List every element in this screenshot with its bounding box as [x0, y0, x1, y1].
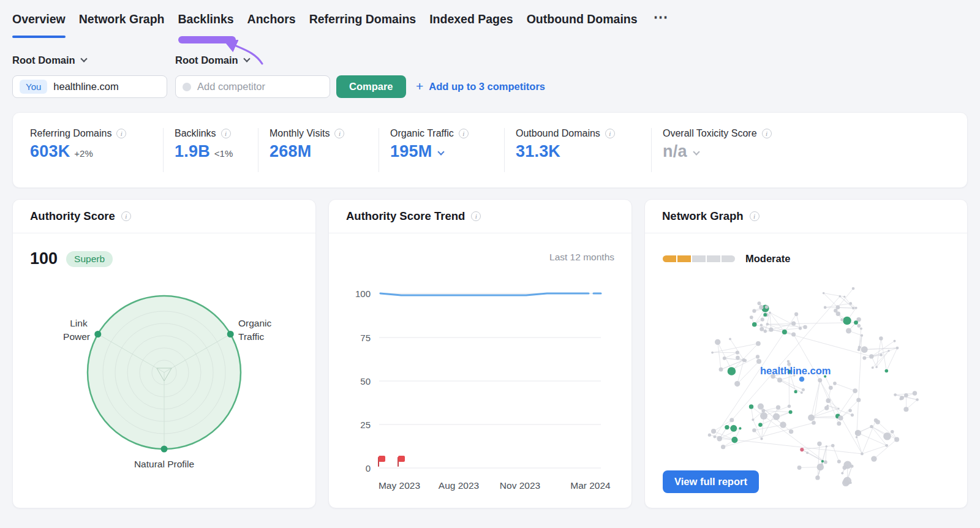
info-icon[interactable]: [750, 211, 760, 221]
svg-text:75: 75: [360, 333, 371, 343]
gauge-segments: [663, 255, 735, 262]
main-domain-value: healthline.com: [53, 81, 118, 92]
add-competitor-input[interactable]: Add competitor: [175, 75, 330, 98]
metric-value: 268M: [270, 142, 311, 161]
tab-label: Indexed Pages: [429, 12, 513, 26]
root-domain-select-competitor[interactable]: Root Domain: [175, 52, 249, 68]
metric-backlinks: Backlinks 1.9B<1%: [163, 128, 258, 172]
card-title: Authority Score Trend: [346, 209, 465, 223]
info-icon[interactable]: [121, 211, 131, 221]
trend-range-label: Last 12 months: [549, 252, 614, 263]
notes-flag-icon[interactable]: [378, 456, 385, 467]
axis-label-natural-profile: Natural Profile: [134, 459, 194, 469]
svg-text:Nov 2023: Nov 2023: [500, 480, 540, 491]
main-domain-input[interactable]: You healthline.com: [12, 75, 167, 98]
report-tabs: Overview Network Graph Backlinks Anchors…: [0, 0, 980, 38]
metric-referring-domains: Referring Domains 603K+2%: [30, 128, 163, 172]
tab-referring-domains[interactable]: Referring Domains: [309, 0, 416, 38]
authority-score-radar-chart: Link Power Organic Traffic Natural Profi…: [13, 258, 317, 508]
info-icon[interactable]: [471, 211, 481, 221]
competitor-placeholder-dot-icon: [183, 83, 191, 91]
info-icon[interactable]: [605, 129, 615, 138]
x-axis-labels: May 2023 Aug 2023 Nov 2023 Mar 2024: [379, 480, 611, 491]
view-full-report-button[interactable]: View full report: [663, 470, 759, 493]
you-badge: You: [20, 80, 47, 94]
svg-text:25: 25: [360, 420, 371, 430]
svg-text:100: 100: [355, 289, 371, 299]
gridlines: [379, 293, 601, 468]
svg-text:Mar 2024: Mar 2024: [570, 480, 611, 491]
info-icon[interactable]: [762, 129, 772, 138]
backlinks-tab-highlight: [178, 36, 236, 43]
axis-label-organic-traffic: Organic Traffic: [238, 318, 274, 342]
notes-flag-icon[interactable]: [398, 456, 405, 467]
compare-button[interactable]: Compare: [336, 75, 406, 98]
metric-value: 603K: [30, 142, 70, 161]
metric-delta: <1%: [214, 148, 233, 159]
metric-value: 31.3K: [516, 142, 560, 161]
active-tab-underline: [12, 36, 66, 38]
root-domain-select-you[interactable]: Root Domain: [12, 52, 86, 68]
authority-score-card: Authority Score 100 Superb: [12, 199, 316, 508]
authority-score-trend-card: Authority Score Trend Last 12 months 100…: [328, 199, 632, 508]
card-title: Authority Score: [30, 209, 115, 223]
focal-domain-node[interactable]: [799, 376, 805, 382]
svg-text:0: 0: [366, 463, 371, 473]
focal-domain-label: healthline.com: [760, 365, 831, 376]
tab-label: Backlinks: [178, 12, 234, 26]
competitor-placeholder: Add competitor: [197, 81, 265, 92]
tab-backlinks[interactable]: Backlinks: [178, 0, 234, 38]
tab-label: Outbound Domains: [527, 12, 638, 26]
y-axis-labels: 100 75 50 25 0: [355, 289, 371, 473]
tab-network-graph[interactable]: Network Graph: [79, 0, 165, 38]
tab-overview[interactable]: Overview: [12, 0, 66, 38]
network-score-gauge: Moderate: [663, 253, 790, 265]
metric-organic-traffic: Organic Traffic 195M: [379, 128, 504, 172]
chevron-down-icon[interactable]: [693, 148, 699, 155]
network-graph-card: Network Graph Moderate healthline.com Vi…: [644, 199, 968, 508]
authority-score-trend-chart: 100 75 50 25 0 May 2023 Aug 2023 Nov 202…: [341, 276, 620, 497]
gauge-label: Moderate: [745, 253, 790, 265]
info-icon[interactable]: [459, 129, 469, 138]
metric-outbound-domains: Outbound Domains 31.3K: [504, 128, 651, 172]
svg-text:Aug 2023: Aug 2023: [439, 480, 479, 491]
info-icon[interactable]: [334, 129, 344, 138]
info-icon[interactable]: [221, 129, 231, 138]
chevron-down-icon: [80, 55, 87, 62]
svg-text:50: 50: [360, 376, 371, 387]
card-title: Network Graph: [662, 209, 744, 223]
chevron-down-icon[interactable]: [438, 148, 445, 155]
metric-delta: +2%: [74, 148, 92, 159]
info-icon[interactable]: [116, 129, 126, 138]
metric-overall-toxicity-score: Overall Toxicity Score n/a: [651, 128, 835, 172]
tab-label: Referring Domains: [309, 12, 416, 26]
metric-value: n/a: [663, 142, 687, 161]
tab-label: Network Graph: [79, 12, 165, 26]
tab-label: Overview: [12, 12, 66, 26]
add-competitors-link[interactable]: Add up to 3 competitors: [416, 75, 545, 98]
metric-value: 1.9B: [175, 142, 210, 161]
tabs-overflow-icon[interactable]: ⋯: [651, 0, 671, 38]
metric-monthly-visits: Monthly Visits 268M: [258, 128, 379, 172]
tab-outbound-domains[interactable]: Outbound Domains: [527, 0, 638, 38]
axis-label-link-power: Link Power: [63, 318, 90, 342]
plus-icon: [416, 80, 423, 94]
svg-text:May 2023: May 2023: [379, 480, 420, 491]
tab-indexed-pages[interactable]: Indexed Pages: [429, 0, 513, 38]
network-nodes-and-edges: [708, 287, 919, 486]
chevron-down-icon: [243, 55, 250, 62]
metric-value: 195M: [390, 142, 432, 161]
metrics-summary-bar: Referring Domains 603K+2% Backlinks 1.9B…: [12, 112, 968, 188]
backlink-analytics-page: Overview Network Graph Backlinks Anchors…: [0, 0, 980, 528]
tab-label: Anchors: [247, 12, 296, 26]
tab-anchors[interactable]: Anchors: [247, 0, 296, 38]
